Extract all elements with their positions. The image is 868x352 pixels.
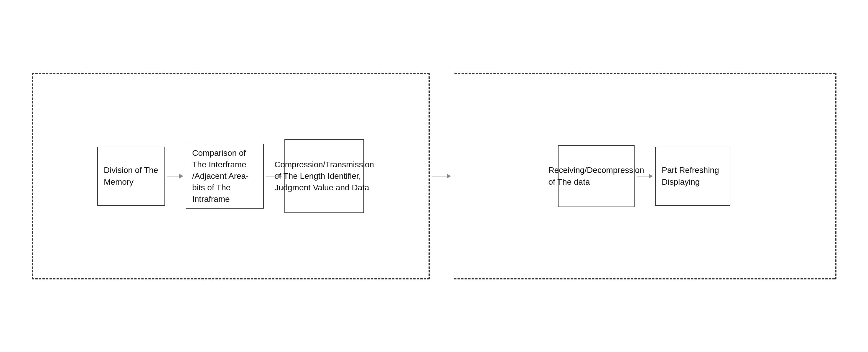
refreshing-box: Part Refreshing Displaying: [655, 147, 731, 206]
division-box: Division of The Memory: [97, 147, 165, 206]
diagram-wrapper: Division of The Memory Comparison of The…: [0, 0, 868, 352]
receiving-box: Receiving/Decompression of The data: [558, 145, 634, 207]
arrow-4: [634, 174, 655, 178]
arrow-head-3: [447, 174, 451, 178]
arrow-1: [165, 174, 186, 178]
arrow-head-4: [649, 174, 653, 178]
left-process-group: Division of The Memory Comparison of The…: [32, 73, 430, 280]
arrow-3: [430, 174, 453, 178]
arrow-shape-3: [432, 174, 451, 178]
arrow-line-3: [432, 176, 447, 176]
comparison-label: Comparison of The Interframe /Adjacent A…: [192, 147, 257, 205]
receiving-label: Receiving/Decompression of The data: [548, 164, 644, 187]
arrow-shape-4: [637, 174, 653, 178]
right-process-group: Receiving/Decompression of The data Part…: [453, 73, 836, 280]
division-label: Division of The Memory: [104, 164, 159, 187]
comparison-box: Comparison of The Interframe /Adjacent A…: [186, 144, 264, 209]
arrow-line-1: [167, 176, 179, 176]
arrow-head-1: [179, 174, 183, 178]
arrow-head-2: [278, 174, 282, 178]
diagram-container: Division of The Memory Comparison of The…: [22, 43, 847, 309]
compression-label: Compression/Transmission of The Length I…: [274, 159, 374, 194]
compression-box: Compression/Transmission of The Length I…: [284, 139, 364, 213]
left-flow-row: Division of The Memory Comparison of The…: [97, 139, 364, 213]
arrow-line-2: [266, 176, 278, 176]
refreshing-label: Part Refreshing Displaying: [662, 164, 724, 187]
right-flow-row: Receiving/Decompression of The data Part…: [558, 145, 731, 207]
arrow-shape-2: [266, 174, 282, 178]
arrow-shape-1: [167, 174, 183, 178]
arrow-2: [264, 174, 284, 178]
arrow-line-4: [637, 176, 649, 176]
